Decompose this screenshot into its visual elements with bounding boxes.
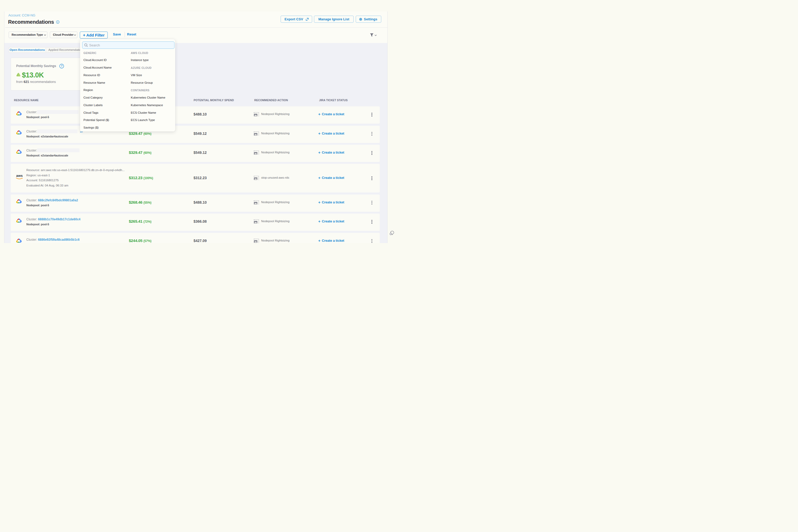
svg-text:?: ? [61, 64, 62, 68]
